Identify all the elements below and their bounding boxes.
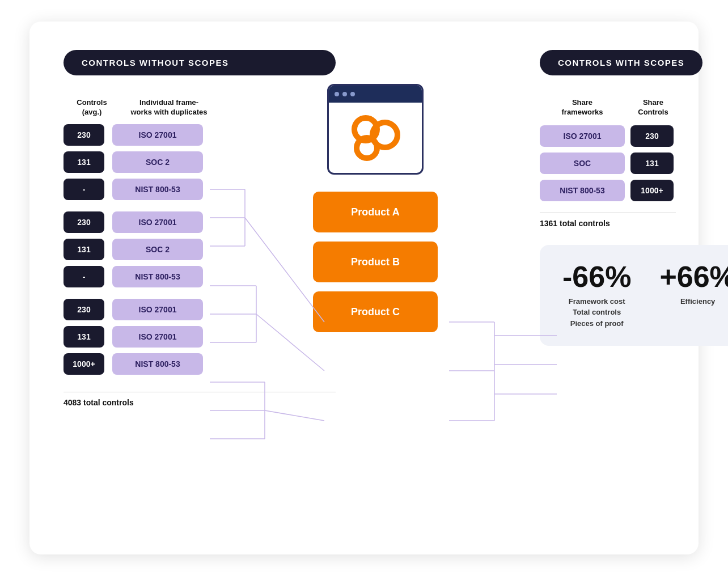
- orange-rings-icon: [344, 109, 407, 166]
- right-framework-badge: NIST 800-53: [540, 180, 625, 201]
- framework-badge: NIST 800-53: [112, 266, 203, 287]
- product-c-button[interactable]: Product C: [313, 291, 438, 332]
- framework-badge: SOC 2: [112, 151, 203, 173]
- app-icon-box: [327, 84, 424, 175]
- right-col-labels: Shareframeworks ShareControls: [540, 98, 676, 117]
- stat-increase-label: Efficiency: [680, 296, 715, 307]
- table-row: 230 ISO 27001: [64, 299, 336, 320]
- center-section: Product A Product B Product C: [313, 84, 438, 332]
- framework-badge: ISO 27001: [112, 211, 203, 233]
- table-row: ISO 27001 230: [540, 125, 674, 147]
- right-col-label-controls: ShareControls: [630, 98, 676, 117]
- right-count-badge: 230: [630, 125, 674, 147]
- framework-badge: ISO 27001: [112, 124, 203, 146]
- left-col-labels: Controls(avg.) Individual frame-works wi…: [64, 98, 336, 117]
- table-row: SOC 131: [540, 153, 674, 174]
- main-card: CONTROLS WITHOUT SCOPES Controls(avg.) I…: [29, 22, 699, 554]
- col-label-frameworks: Individual frame-works with duplicates: [124, 98, 214, 117]
- right-framework-badge: ISO 27001: [540, 125, 625, 147]
- count-badge: 1000+: [64, 353, 104, 375]
- product-b-button[interactable]: Product B: [313, 242, 438, 282]
- count-badge: -: [64, 179, 104, 200]
- window-dot-3: [350, 92, 355, 96]
- window-dot-1: [335, 92, 339, 96]
- table-row: - NIST 800-53: [64, 179, 336, 200]
- right-count-badge: 131: [630, 153, 674, 174]
- left-total: 4083 total controls: [64, 392, 336, 407]
- count-badge: 131: [64, 326, 104, 348]
- right-framework-badge: SOC: [540, 153, 625, 174]
- app-icon-body: [329, 103, 422, 173]
- group3: 230 ISO 27001 131 ISO 27001 1000+ NIST 8…: [64, 299, 336, 375]
- group1: 230 ISO 27001 131 SOC 2 - NIST 800-53: [64, 124, 336, 200]
- count-badge: 230: [64, 211, 104, 233]
- col-label-controls: Controls(avg.): [69, 98, 115, 117]
- table-row: - NIST 800-53: [64, 266, 336, 287]
- table-row: 131 SOC 2: [64, 239, 336, 260]
- count-badge: 131: [64, 239, 104, 260]
- product-buttons: Product A Product B Product C: [313, 192, 438, 332]
- stat-increase: +66% Efficiency: [659, 262, 728, 307]
- framework-badge: ISO 27001: [112, 326, 203, 348]
- main-layout: CONTROLS WITHOUT SCOPES Controls(avg.) I…: [64, 50, 664, 526]
- table-row: 1000+ NIST 800-53: [64, 353, 336, 375]
- table-row: 230 ISO 27001: [64, 124, 336, 146]
- table-row: NIST 800-53 1000+: [540, 180, 674, 201]
- product-a-button[interactable]: Product A: [313, 192, 438, 232]
- stat-decrease: -66% Framework costTotal controlsPieces …: [562, 262, 631, 329]
- right-frameworks-group: ISO 27001 230 SOC 131 NIST 800-53 1000+: [540, 125, 674, 207]
- count-badge: -: [64, 266, 104, 287]
- stat-decrease-number: -66%: [562, 262, 631, 291]
- table-row: 131 SOC 2: [64, 151, 336, 173]
- count-badge: 230: [64, 299, 104, 320]
- framework-badge: NIST 800-53: [112, 179, 203, 200]
- left-header: CONTROLS WITHOUT SCOPES: [64, 50, 336, 75]
- stats-box: -66% Framework costTotal controlsPieces …: [540, 245, 728, 346]
- window-dot-2: [342, 92, 347, 96]
- framework-badge: ISO 27001: [112, 299, 203, 320]
- right-col-label-frameworks: Shareframeworks: [540, 98, 625, 117]
- stat-decrease-label: Framework costTotal controlsPieces of pr…: [569, 296, 625, 329]
- table-row: 131 ISO 27001: [64, 326, 336, 348]
- count-badge: 131: [64, 151, 104, 173]
- app-icon-header: [329, 86, 422, 103]
- right-count-badge: 1000+: [630, 180, 674, 201]
- framework-badge: NIST 800-53: [112, 353, 203, 375]
- stat-increase-number: +66%: [659, 262, 728, 291]
- group2: 230 ISO 27001 131 SOC 2 - NIST 800-53: [64, 211, 336, 287]
- left-panel: CONTROLS WITHOUT SCOPES Controls(avg.) I…: [64, 50, 336, 526]
- table-row: 230 ISO 27001: [64, 211, 336, 233]
- framework-badge: SOC 2: [112, 239, 203, 260]
- count-badge: 230: [64, 124, 104, 146]
- right-header: CONTROLS WITH SCOPES: [540, 50, 702, 75]
- right-total: 1361 total controls: [540, 213, 676, 228]
